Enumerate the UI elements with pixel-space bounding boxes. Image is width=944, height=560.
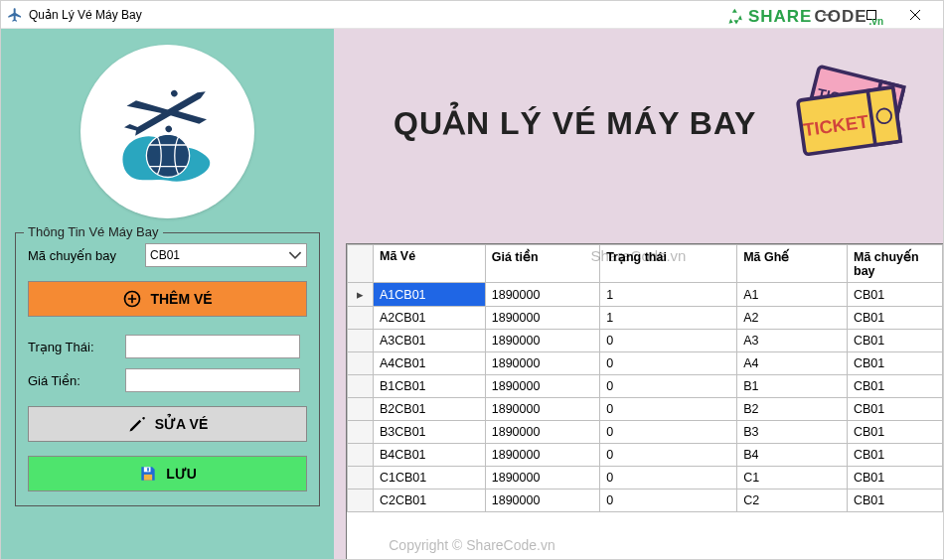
cell-giatien[interactable]: 1890000 [485,444,599,467]
cell-macb[interactable]: CB01 [848,421,943,444]
grid-header-row: Mã Vé Giá tiền Trạng thái Mã Ghế Mã chuy… [348,245,943,283]
table-row[interactable]: B4CB0118900000B4CB01 [348,444,943,467]
main-panel: QUẢN LÝ VÉ MÁY BAY TICKET TICKET [334,29,943,559]
price-input[interactable] [125,368,300,392]
row-selector[interactable] [348,398,374,421]
ticket-info-fieldset: Thông Tin Vé Máy Bay Mã chuyến bay CB01 … [15,232,320,506]
table-row[interactable]: B2CB0118900000B2CB01 [348,398,943,421]
cell-trangthai[interactable]: 0 [600,421,737,444]
cell-macb[interactable]: CB01 [848,398,943,421]
svg-rect-6 [144,467,151,472]
row-selector[interactable] [348,444,374,467]
col-mave[interactable]: Mã Vé [374,245,486,283]
cell-giatien[interactable]: 1890000 [485,330,599,352]
cell-trangthai[interactable]: 0 [600,352,737,375]
cell-mave[interactable]: B3CB01 [374,421,486,444]
cell-trangthai[interactable]: 0 [600,375,737,398]
cell-mave[interactable]: C2CB01 [374,490,486,512]
cell-giatien[interactable]: 1890000 [485,490,599,512]
cell-giatien[interactable]: 1890000 [485,375,599,398]
cell-macb[interactable]: CB01 [848,307,943,330]
chevron-down-icon [288,248,302,262]
cell-trangthai[interactable]: 0 [600,490,737,512]
close-button[interactable] [893,3,937,27]
cell-giatien[interactable]: 1890000 [485,467,599,490]
price-row: Giá Tiền: [28,368,307,392]
cell-mave[interactable]: A3CB01 [374,330,486,352]
cell-maghe[interactable]: B2 [737,398,848,421]
col-trangthai[interactable]: Trạng thái [600,245,737,283]
table-row[interactable]: C2CB0118900000C2CB01 [348,490,943,512]
table-row[interactable]: B1CB0118900000B1CB01 [348,375,943,398]
ticket-illustration: TICKET TICKET [794,63,921,172]
cell-mave[interactable]: A2CB01 [374,307,486,330]
cell-mave[interactable]: A4CB01 [374,352,486,375]
edit-ticket-button[interactable]: SỬA VÉ [28,406,307,442]
cell-macb[interactable]: CB01 [848,444,943,467]
row-selector[interactable] [348,490,374,512]
cell-giatien[interactable]: 1890000 [485,421,599,444]
cell-macb[interactable]: CB01 [848,375,943,398]
svg-rect-8 [144,475,152,481]
window-title: Quản Lý Vé Máy Bay [29,8,142,22]
flight-select[interactable]: CB01 [145,243,307,267]
cell-mave[interactable]: B2CB01 [374,398,486,421]
cell-maghe[interactable]: C2 [737,490,848,512]
cell-maghe[interactable]: A4 [737,352,848,375]
svg-point-3 [164,124,173,133]
cell-macb[interactable]: CB01 [848,490,943,512]
cell-maghe[interactable]: A3 [737,330,848,352]
table-row[interactable]: C1CB0118900000C1CB01 [348,467,943,490]
cell-giatien[interactable]: 1890000 [485,307,599,330]
row-selector[interactable] [348,330,374,352]
col-giatien[interactable]: Giá tiền [485,245,599,283]
table-row[interactable]: B3CB0118900000B3CB01 [348,421,943,444]
cell-maghe[interactable]: A1 [737,283,848,307]
cell-maghe[interactable]: B3 [737,421,848,444]
sharecode-logo: SHARECODE.vn [726,7,883,27]
table-row[interactable]: A3CB0118900000A3CB01 [348,330,943,352]
cell-mave[interactable]: A1CB01 [374,283,486,307]
col-maghe[interactable]: Mã Ghế [737,245,848,283]
add-ticket-label: THÊM VÉ [150,291,212,307]
row-selector[interactable]: ▸ [348,283,374,307]
cell-mave[interactable]: B1CB01 [374,375,486,398]
cell-macb[interactable]: CB01 [848,352,943,375]
row-selector[interactable] [348,375,374,398]
svg-rect-14 [867,87,900,145]
app-window: Quản Lý Vé Máy Bay [0,0,944,560]
row-selector[interactable] [348,352,374,375]
cell-macb[interactable]: CB01 [848,467,943,490]
cell-trangthai[interactable]: 0 [600,467,737,490]
cell-trangthai[interactable]: 1 [600,307,737,330]
cell-maghe[interactable]: B1 [737,375,848,398]
table-row[interactable]: A4CB0118900000A4CB01 [348,352,943,375]
cell-giatien[interactable]: 1890000 [485,352,599,375]
row-selector[interactable] [348,421,374,444]
sharecode-text-share: SHARE [748,7,813,27]
col-machuyenbay[interactable]: Mã chuyến bay [848,245,943,283]
row-selector[interactable] [348,307,374,330]
ticket-grid[interactable]: Mã Vé Giá tiền Trạng thái Mã Ghế Mã chuy… [346,243,943,559]
row-selector[interactable] [348,467,374,490]
cell-macb[interactable]: CB01 [848,283,943,307]
cell-giatien[interactable]: 1890000 [485,398,599,421]
cell-maghe[interactable]: C1 [737,467,848,490]
cell-maghe[interactable]: A2 [737,307,848,330]
add-ticket-button[interactable]: THÊM VÉ [28,281,307,317]
status-input[interactable] [125,335,300,358]
cell-mave[interactable]: B4CB01 [374,444,486,467]
cell-trangthai[interactable]: 1 [600,283,737,307]
cell-maghe[interactable]: B4 [737,444,848,467]
cell-trangthai[interactable]: 0 [600,330,737,352]
cell-trangthai[interactable]: 0 [600,444,737,467]
table-row[interactable]: ▸A1CB0118900001A1CB01 [348,283,943,307]
cell-macb[interactable]: CB01 [848,330,943,352]
save-button[interactable]: LƯU [28,456,307,491]
cell-giatien[interactable]: 1890000 [485,283,599,307]
cell-trangthai[interactable]: 0 [600,398,737,421]
table-row[interactable]: A2CB0118900001A2CB01 [348,307,943,330]
price-label: Giá Tiền: [28,373,117,388]
cell-mave[interactable]: C1CB01 [374,467,486,490]
row-header-corner [348,245,374,283]
